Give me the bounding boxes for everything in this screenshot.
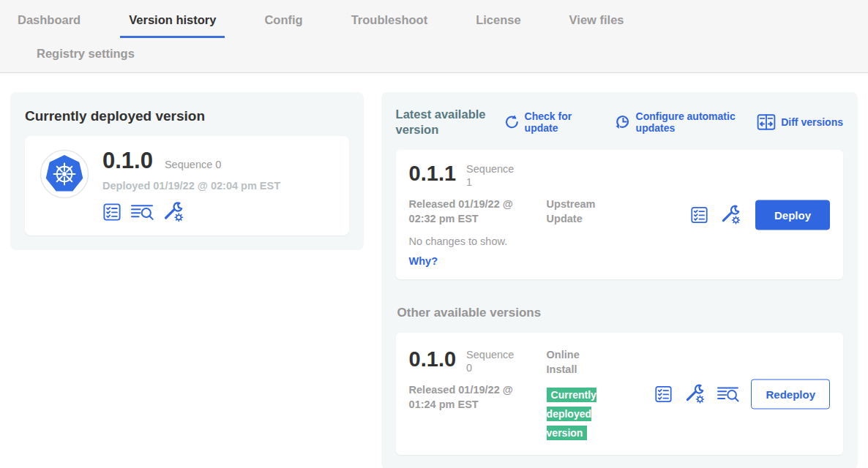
deployed-sequence-label: Sequence 0 bbox=[165, 159, 221, 170]
deploy-logs-icon[interactable] bbox=[130, 203, 154, 221]
latest-available-title: Latest available version bbox=[396, 107, 493, 137]
check-for-update-link[interactable]: Check for update bbox=[504, 110, 583, 134]
other-version-card: 0.1.0 Sequence 0 Released 01/19/22 @ 01:… bbox=[396, 333, 843, 455]
configure-automatic-updates-label: Configure automatic updates bbox=[636, 110, 746, 134]
latest-released-timestamp: Released 01/19/22 @ 02:32 pm EST bbox=[409, 197, 525, 226]
other-version-number: 0.1.0 bbox=[409, 348, 457, 370]
diff-versions-icon bbox=[757, 113, 776, 131]
nav-tabs-row-1: Dashboard Version history Config Trouble… bbox=[0, 9, 868, 38]
deployed-version-number: 0.1.0 bbox=[102, 149, 153, 172]
latest-version-number: 0.1.1 bbox=[409, 162, 457, 184]
preflight-checks-icon[interactable] bbox=[690, 205, 708, 224]
latest-source-label: Upstream Update bbox=[547, 197, 610, 267]
main-content: Currently deployed version 0.1.0 Sequenc… bbox=[0, 73, 868, 468]
kubernetes-logo bbox=[40, 149, 89, 199]
tab-troubleshoot[interactable]: Troubleshoot bbox=[343, 9, 437, 38]
deployed-timestamp: Deployed 01/19/22 @ 02:04 pm EST bbox=[102, 180, 280, 192]
tab-dashboard[interactable]: Dashboard bbox=[9, 9, 89, 38]
currently-deployed-badge-wrap: Currently deployed version bbox=[547, 385, 605, 442]
configure-automatic-updates-link[interactable]: Configure automatic updates bbox=[616, 110, 746, 134]
other-source-label: Online Install bbox=[547, 348, 610, 377]
latest-available-panel: Latest available version Check for updat… bbox=[381, 92, 858, 468]
check-update-icon bbox=[504, 114, 520, 129]
edit-config-icon[interactable] bbox=[162, 201, 184, 222]
other-sequence-label: Sequence 0 bbox=[466, 348, 519, 374]
check-for-update-label: Check for update bbox=[525, 110, 583, 134]
tab-config[interactable]: Config bbox=[255, 9, 311, 38]
currently-deployed-badge: Currently deployed version bbox=[547, 388, 596, 440]
redeploy-button[interactable]: Redeploy bbox=[751, 379, 830, 409]
top-navigation: Dashboard Version history Config Trouble… bbox=[0, 0, 868, 73]
preflight-checks-icon[interactable] bbox=[654, 385, 673, 403]
preflight-checks-icon[interactable] bbox=[102, 203, 121, 222]
no-changes-note: No changes to show. bbox=[409, 235, 547, 247]
latest-sequence-label: Sequence 1 bbox=[466, 162, 519, 189]
currently-deployed-panel: Currently deployed version 0.1.0 Sequenc… bbox=[10, 92, 364, 250]
auto-update-icon bbox=[616, 114, 631, 129]
other-released-timestamp: Released 01/19/22 @ 01:24 pm EST bbox=[409, 383, 525, 412]
tab-version-history[interactable]: Version history bbox=[120, 9, 225, 38]
diff-versions-link[interactable]: Diff versions bbox=[757, 113, 843, 131]
edit-config-icon[interactable] bbox=[720, 205, 741, 225]
currently-deployed-title: Currently deployed version bbox=[25, 108, 349, 124]
edit-config-icon[interactable] bbox=[684, 384, 705, 404]
diff-versions-label: Diff versions bbox=[781, 116, 843, 128]
tab-license[interactable]: License bbox=[467, 9, 529, 38]
deploy-button[interactable]: Deploy bbox=[755, 200, 830, 230]
why-link[interactable]: Why? bbox=[409, 255, 547, 267]
tab-registry-settings[interactable]: Registry settings bbox=[28, 42, 143, 65]
deployed-version-card: 0.1.0 Sequence 0 Deployed 01/19/22 @ 02:… bbox=[25, 136, 349, 235]
deployed-card-body: 0.1.0 Sequence 0 Deployed 01/19/22 @ 02:… bbox=[102, 149, 280, 222]
deploy-logs-icon[interactable] bbox=[717, 385, 739, 403]
other-available-versions-heading: Other available versions bbox=[397, 306, 843, 320]
nav-tabs-row-2: Registry settings bbox=[0, 38, 868, 72]
latest-version-card: 0.1.1 Sequence 1 Released 01/19/22 @ 02:… bbox=[396, 150, 843, 279]
tab-view-files[interactable]: View files bbox=[561, 9, 633, 38]
